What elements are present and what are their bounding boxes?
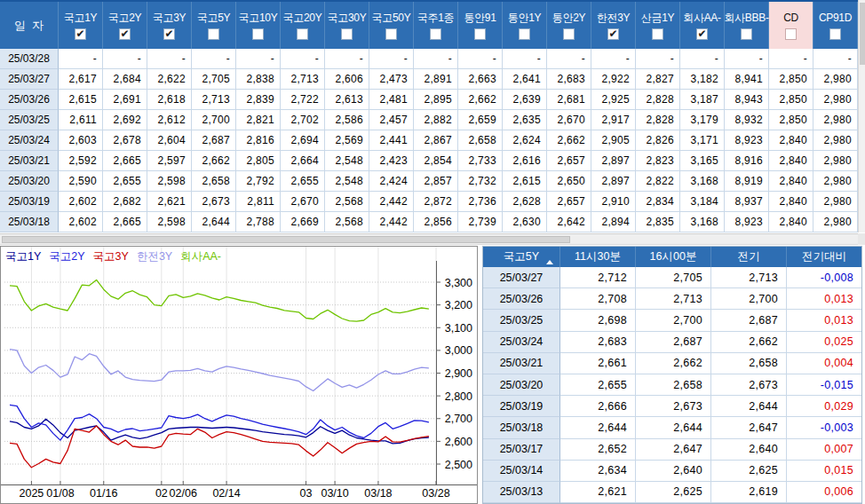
yield-cell: 2,980: [813, 171, 858, 192]
yield-cell: 2,442: [369, 192, 414, 212]
column-checkbox[interactable]: [208, 28, 219, 40]
column-header-CD[interactable]: CD: [769, 2, 813, 49]
value-1600-cell: 2,687: [636, 332, 711, 353]
yield-cell: 2,568: [325, 212, 369, 232]
column-header-국고50Y[interactable]: 국고50Y: [369, 2, 414, 49]
svg-text:2,600: 2,600: [445, 436, 472, 448]
yield-cell: 2,642: [547, 212, 591, 232]
yield-cell: 2,681: [547, 90, 591, 110]
legend-item-국고3Y: 국고3Y: [93, 249, 129, 264]
svg-text:2,900: 2,900: [445, 367, 472, 380]
daily-yield-table: 일 자 국고1Y✔국고2Y✔국고3Y✔국고5Y국고10Y국고20Y국고30Y국고…: [0, 0, 858, 232]
column-header-국고20Y[interactable]: 국고20Y: [281, 2, 325, 49]
column-header-국고2Y[interactable]: 국고2Y✔: [103, 2, 147, 49]
vertical-scrollbar[interactable]: [858, 0, 865, 232]
yield-cell: 2,548: [325, 171, 369, 192]
yield-cell: 2,424: [369, 171, 414, 192]
yield-cell: 2,657: [547, 151, 591, 171]
ktb5y-sort-header[interactable]: 국고5Y: [483, 247, 560, 267]
column-label: 국고3Y: [153, 12, 186, 24]
column-checkbox[interactable]: ✔: [119, 28, 131, 40]
yield-cell: 8,923: [725, 212, 769, 232]
table-row: 25/03/272,6172,6842,6222,7052,8382,7132,…: [0, 69, 858, 90]
column-header-산금1Y[interactable]: 산금1Y: [636, 2, 680, 49]
yield-cell: 2,603: [59, 130, 103, 151]
column-checkbox[interactable]: [652, 28, 663, 40]
yield-cell: 8,937: [725, 192, 769, 212]
svg-text:02/06: 02/06: [170, 487, 197, 500]
column-checkbox[interactable]: ✔: [163, 28, 175, 40]
vertical-scrollbar-thumb[interactable]: [860, 3, 865, 65]
yield-cell: 2,663: [458, 69, 503, 90]
column-header-국주1종[interactable]: 국주1종: [414, 2, 458, 49]
yield-cell: 2,834: [636, 192, 680, 212]
svg-text:2,700: 2,700: [445, 413, 472, 425]
column-checkbox[interactable]: [252, 28, 264, 40]
yield-cell: -: [59, 49, 103, 69]
column-label: CD: [783, 12, 798, 24]
yield-cell: 2,840: [769, 192, 813, 212]
yield-cell: 2,665: [103, 151, 147, 171]
ktb5y-intraday-table: 국고5Y 11시30분16시00분전기전기대비 25/03/272,7122,7…: [482, 246, 862, 504]
column-header-회사AA-[interactable]: 회사AA-✔: [680, 2, 725, 49]
column-checkbox[interactable]: [341, 28, 353, 40]
column-header-통안2Y[interactable]: 통안2Y: [547, 2, 591, 49]
yield-cell: 2,980: [813, 90, 858, 110]
column-checkbox[interactable]: ✔: [607, 28, 619, 40]
date-cell: 25/03/13: [483, 482, 560, 503]
column-header-회사BBB-[interactable]: 회사BBB-: [725, 2, 769, 49]
table-row: 25/03/272,7122,7052,713-0,008: [483, 267, 861, 288]
yield-cell: 3,168: [680, 212, 725, 232]
column-header-통안91[interactable]: 통안91: [458, 2, 503, 49]
column-checkbox[interactable]: [741, 28, 752, 40]
ktb5y-table-body: 25/03/272,7122,7052,713-0,00825/03/262,7…: [483, 267, 861, 503]
legend-item-회사AA-: 회사AA-: [180, 249, 221, 264]
value-1600-cell: 2,625: [636, 482, 711, 503]
column-header-한전3Y[interactable]: 한전3Y✔: [591, 2, 636, 49]
date-cell: 25/03/20: [0, 171, 59, 192]
yield-cell: 2,650: [547, 171, 591, 192]
column-checkbox[interactable]: [385, 28, 397, 40]
svg-text:03/28: 03/28: [422, 487, 449, 500]
date-cell: 25/03/14: [483, 461, 560, 482]
table-row: 25/03/212,5922,6652,5972,6622,8052,6642,…: [0, 151, 858, 171]
yield-cell: 3,179: [680, 110, 725, 130]
yield-cell: 2,732: [458, 171, 503, 192]
column-label: 통안1Y: [508, 12, 541, 24]
yield-cell: 2,615: [59, 90, 103, 110]
column-checkbox[interactable]: ✔: [75, 28, 86, 40]
column-checkbox[interactable]: [430, 28, 441, 40]
column-checkbox[interactable]: ✔: [696, 28, 708, 40]
yield-cell: 2,665: [103, 212, 147, 232]
yield-cell: 2,423: [369, 151, 414, 171]
column-label: 국고30Y: [328, 12, 367, 24]
horizontal-scrollbar[interactable]: [0, 233, 858, 245]
column-label: 국고2Y: [108, 12, 141, 24]
column-header-국고5Y[interactable]: 국고5Y: [192, 2, 236, 49]
column-checkbox[interactable]: [563, 28, 575, 40]
column-header-국고30Y[interactable]: 국고30Y: [325, 2, 369, 49]
column-header-국고3Y[interactable]: 국고3Y✔: [147, 2, 192, 49]
column-header-통안1Y[interactable]: 통안1Y: [503, 2, 547, 49]
column-header-국고10Y[interactable]: 국고10Y: [236, 2, 281, 49]
svg-text:3,300: 3,300: [445, 277, 472, 289]
yield-cell: -: [458, 49, 503, 69]
column-checkbox[interactable]: [519, 28, 530, 40]
yield-cell: 2,980: [813, 192, 858, 212]
column-checkbox[interactable]: [829, 28, 841, 40]
date-cell: 25/03/18: [483, 417, 560, 438]
yield-cell: 2,823: [636, 151, 680, 171]
yield-cell: 2,673: [192, 192, 236, 212]
column-checkbox[interactable]: [785, 28, 797, 40]
column-header-국고1Y[interactable]: 국고1Y✔: [59, 2, 103, 49]
horizontal-scrollbar-thumb[interactable]: [2, 236, 570, 243]
table-row: 25/03/252,6112,6922,6122,7002,8212,7022,…: [0, 110, 858, 130]
column-checkbox[interactable]: [297, 28, 308, 40]
yield-cell: 2,604: [147, 130, 192, 151]
column-header-CP91D[interactable]: CP91D: [813, 2, 858, 49]
yield-cell: 2,828: [636, 90, 680, 110]
column-checkbox[interactable]: [474, 28, 486, 40]
yield-cell: 3,168: [680, 171, 725, 192]
value-1130-cell: 2,661: [560, 353, 636, 374]
value-1130-cell: 2,666: [560, 396, 636, 417]
